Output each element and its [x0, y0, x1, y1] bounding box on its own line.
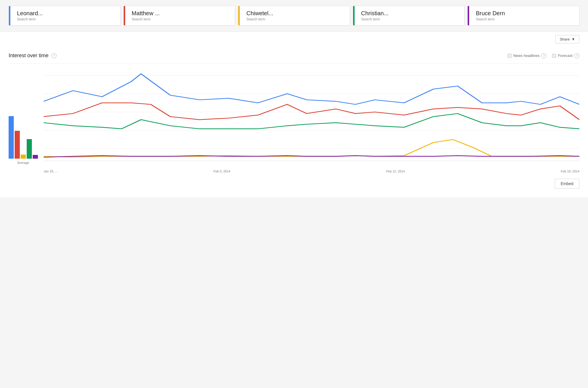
term-name-matthew: Matthew ...: [132, 10, 160, 17]
section-header: Interest over time ? News headlines ? Fo…: [9, 47, 579, 64]
embed-button[interactable]: Embed: [555, 179, 579, 189]
embed-row: Embed: [9, 173, 579, 189]
line-chart-area: Jan 29, ...Feb 5, 2014Feb 12, 2014Feb 19…: [44, 69, 579, 173]
chart-container: Average: [9, 69, 579, 173]
x-axis-label-3: Feb 19, 2014: [561, 170, 579, 173]
term-type-matthew: Search term: [132, 17, 160, 21]
red-line: [44, 103, 579, 120]
purple-line: [44, 156, 579, 157]
term-name-brucedern: Bruce Dern: [476, 10, 505, 17]
avg-bar-4: [33, 155, 38, 159]
share-chevron-icon: ▼: [571, 37, 575, 41]
avg-bar-1: [15, 131, 20, 159]
avg-label: Average: [18, 161, 29, 164]
term-name-chiwetel: Chiwetel...: [246, 10, 273, 17]
term-content-christian: Christian... Search term: [361, 10, 389, 21]
main-content: Interest over time ? News headlines ? Fo…: [0, 47, 588, 197]
section-title: Interest over time: [9, 53, 49, 59]
interest-help-icon[interactable]: ?: [51, 53, 57, 58]
search-terms-bar: Leonard... Search term Matthew ... Searc…: [0, 0, 588, 32]
x-axis-label-1: Feb 5, 2014: [213, 170, 230, 173]
term-name-leonard: Leonard...: [17, 10, 43, 17]
color-bar-brucedern: [468, 6, 469, 25]
avg-bars: [9, 107, 38, 159]
color-bar-matthew: [124, 6, 125, 25]
x-axis-label-0: Jan 29, ...: [44, 170, 57, 173]
forecast-control: Forecast ?: [552, 53, 579, 58]
term-type-christian: Search term: [361, 17, 389, 21]
green-line: [44, 114, 579, 129]
section-title-group: Interest over time ?: [9, 53, 57, 59]
term-content-chiwetel: Chiwetel... Search term: [246, 10, 273, 21]
term-name-christian: Christian...: [361, 10, 389, 17]
x-axis-labels: Jan 29, ...Feb 5, 2014Feb 12, 2014Feb 19…: [44, 168, 579, 173]
forecast-label: Forecast: [558, 53, 572, 58]
term-content-leonard: Leonard... Search term: [17, 10, 43, 21]
search-term-card-matthew[interactable]: Matthew ... Search term: [123, 6, 235, 26]
blue-line: [44, 74, 579, 104]
share-button[interactable]: Share ▼: [555, 35, 579, 43]
news-headlines-label: News headlines: [513, 53, 540, 58]
search-term-card-christian[interactable]: Christian... Search term: [353, 6, 465, 26]
term-type-brucedern: Search term: [476, 17, 505, 21]
term-type-chiwetel: Search term: [246, 17, 273, 21]
yellow-line: [44, 139, 579, 157]
search-term-card-leonard[interactable]: Leonard... Search term: [9, 6, 121, 26]
search-term-card-brucedern[interactable]: Bruce Dern Search term: [467, 6, 579, 26]
avg-bar-0: [9, 116, 14, 159]
term-content-matthew: Matthew ... Search term: [132, 10, 160, 21]
forecast-checkbox[interactable]: [552, 54, 556, 58]
avg-bar-2: [21, 155, 26, 159]
color-bar-christian: [353, 6, 355, 25]
news-headlines-control: News headlines ?: [508, 53, 547, 58]
color-bar-chiwetel: [238, 6, 240, 25]
news-headlines-checkbox[interactable]: [508, 54, 512, 58]
x-axis-label-2: Feb 12, 2014: [386, 170, 405, 173]
forecast-help-icon[interactable]: ?: [574, 53, 579, 58]
color-bar-leonard: [9, 6, 10, 25]
term-type-leonard: Search term: [17, 17, 43, 21]
section-controls: News headlines ? Forecast ?: [508, 53, 579, 58]
line-chart-svg: [44, 69, 579, 167]
avg-section: Average: [9, 107, 38, 173]
share-row: Share ▼: [0, 32, 588, 47]
avg-bar-3: [27, 139, 32, 159]
news-help-icon[interactable]: ?: [541, 53, 546, 58]
share-label: Share: [560, 37, 570, 41]
term-content-brucedern: Bruce Dern Search term: [476, 10, 505, 21]
search-term-card-chiwetel[interactable]: Chiwetel... Search term: [238, 6, 350, 26]
